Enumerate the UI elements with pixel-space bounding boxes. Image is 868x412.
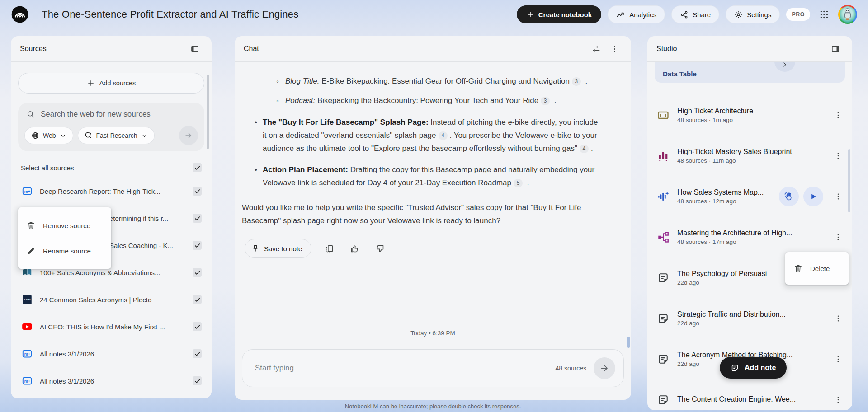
- thumbs-down-icon[interactable]: [372, 241, 387, 256]
- flashcards-icon: [656, 109, 670, 122]
- pin-icon: [251, 244, 259, 253]
- hollow-bullet-marker: ◦: [276, 75, 285, 88]
- infographic-bar-chart-icon: [656, 150, 670, 162]
- interactive-mode-hand-button[interactable]: [779, 187, 799, 206]
- studio-scrollbar[interactable]: [848, 149, 850, 212]
- analytics-button[interactable]: Analytics: [608, 5, 665, 23]
- item-more-menu-icon[interactable]: [830, 351, 846, 367]
- item-more-menu-icon[interactable]: [830, 229, 846, 245]
- research-mode-dropdown[interactable]: Fast Research: [78, 127, 155, 144]
- studio-item-row[interactable]: How Sales Systems Map...48 sources · 12m…: [647, 176, 852, 217]
- source-row[interactable]: m+ Deep Research Report: The High-Tick..…: [11, 178, 212, 205]
- collapse-sources-panel-icon[interactable]: [187, 41, 203, 56]
- select-all-sources-label: Select all sources: [21, 164, 74, 172]
- item-more-menu-icon[interactable]: [830, 108, 846, 123]
- studio-item-row[interactable]: The Content Creation Engine: Wee...: [647, 379, 852, 410]
- play-audio-button[interactable]: [803, 187, 823, 206]
- sparkle-search-icon: [85, 131, 93, 140]
- source-checkbox[interactable]: [193, 376, 202, 385]
- citation-chip[interactable]: 4: [439, 131, 448, 140]
- source-row[interactable]: m+ All notes 3/1/2026: [11, 367, 212, 394]
- studio-item-context-menu: Delete: [785, 252, 849, 285]
- apps-grid-icon[interactable]: [816, 7, 832, 22]
- studio-panel-title: Studio: [656, 45, 677, 53]
- studio-panel: Studio Data Table High Ticket Architectu…: [647, 36, 852, 410]
- studio-item-row[interactable]: Strategic Traffic and Distribution...22d…: [647, 298, 852, 339]
- chat-bullet: • The "Buy It For Life Basecamp" Splash …: [255, 116, 598, 155]
- item-more-menu-icon[interactable]: [830, 311, 846, 326]
- save-to-note-button[interactable]: Save to note: [245, 239, 311, 258]
- notebook-title[interactable]: The One-Sentence Profit Extractor and AI…: [42, 9, 517, 20]
- sources-panel-title: Sources: [20, 45, 47, 53]
- pro-badge: PRO: [786, 8, 810, 21]
- citation-chip[interactable]: 3: [541, 97, 550, 105]
- search-submit-arrow-button[interactable]: [179, 126, 198, 145]
- item-more-menu-icon[interactable]: [830, 392, 846, 407]
- source-row[interactable]: AI CEO: THIS is How I'd Make My First ..…: [11, 313, 212, 340]
- source-checkbox[interactable]: [193, 268, 202, 277]
- share-button[interactable]: Share: [671, 5, 719, 23]
- chat-message: ◦ Blog Title: E-Bike Bikepacking: Essent…: [235, 62, 631, 258]
- citation-chip[interactable]: 4: [580, 145, 589, 153]
- collapse-studio-panel-icon[interactable]: [828, 41, 843, 56]
- chat-sub-bullet: ◦ Blog Title: E-Bike Bikepacking: Essent…: [276, 75, 588, 88]
- source-checkbox[interactable]: [193, 241, 202, 250]
- remove-source-menu-item[interactable]: Remove source: [18, 213, 111, 238]
- notebook-note-icon: m+: [21, 375, 33, 387]
- source-checkbox[interactable]: [193, 214, 202, 223]
- trending-up-icon: [616, 10, 625, 19]
- share-icon: [680, 10, 689, 19]
- plus-icon: [87, 79, 95, 87]
- trash-icon: [26, 221, 36, 230]
- chat-panel: Chat ◦ Blog Title: E-Bike Bikepacking: E…: [235, 36, 631, 400]
- search-icon: [26, 110, 35, 119]
- search-input[interactable]: [41, 110, 196, 119]
- item-more-menu-icon[interactable]: [830, 148, 846, 164]
- studio-item-row[interactable]: High-Ticket Mastery Sales Blueprint48 so…: [647, 136, 852, 176]
- chat-sub-bullet: ◦ Podcast: Bikepacking the Backcountry: …: [276, 94, 588, 108]
- note-report-icon: [656, 272, 670, 284]
- rename-source-menu-item[interactable]: Rename source: [18, 238, 111, 263]
- open-data-table-chevron-button[interactable]: [774, 62, 795, 72]
- chat-scrollbar[interactable]: [627, 337, 630, 348]
- delete-menu-item[interactable]: Delete: [785, 256, 849, 281]
- data-table-tile[interactable]: Data Table: [655, 62, 845, 83]
- source-row[interactable]: PLECTO 24 Common Sales Acronyms | Plecto: [11, 286, 212, 313]
- trash-icon: [793, 264, 803, 273]
- copy-icon[interactable]: [321, 241, 337, 256]
- source-context-menu: Remove source Rename source: [18, 207, 111, 269]
- user-avatar[interactable]: [838, 5, 857, 24]
- pencil-icon: [26, 246, 36, 256]
- audio-waveform-icon: [656, 190, 670, 203]
- add-note-button[interactable]: Add note: [720, 357, 787, 379]
- notebooklm-logo[interactable]: [11, 5, 29, 23]
- citation-chip[interactable]: 5: [514, 179, 523, 187]
- chat-more-menu-icon[interactable]: [607, 41, 622, 56]
- thumbs-up-icon[interactable]: [347, 241, 362, 256]
- plecto-logo-icon: PLECTO: [21, 294, 33, 305]
- source-checkbox[interactable]: [193, 349, 202, 358]
- chat-settings-tune-icon[interactable]: [589, 41, 604, 56]
- chat-input[interactable]: [255, 364, 548, 373]
- create-notebook-button[interactable]: Create notebook: [517, 5, 601, 23]
- svg-text:PLECTO: PLECTO: [24, 299, 31, 301]
- source-row[interactable]: m+ All notes 3/1/2026: [11, 340, 212, 367]
- item-more-menu-icon[interactable]: [830, 189, 846, 204]
- add-sources-button[interactable]: Add sources: [18, 73, 204, 94]
- studio-item-row[interactable]: Mastering the Architecture of High...48 …: [647, 217, 852, 258]
- note-report-icon: [656, 393, 670, 406]
- youtube-icon: [21, 321, 33, 332]
- studio-item-row[interactable]: High Ticket Architecture48 sources · 1m …: [647, 95, 852, 136]
- chevron-down-icon: [141, 132, 148, 139]
- citation-chip[interactable]: 3: [572, 77, 581, 86]
- sources-scrollbar[interactable]: [207, 75, 209, 149]
- select-all-checkbox[interactable]: [193, 163, 202, 172]
- settings-button[interactable]: Settings: [726, 5, 780, 23]
- source-checkbox[interactable]: [193, 322, 202, 331]
- source-checkbox[interactable]: [193, 295, 202, 304]
- web-filter-dropdown[interactable]: Web: [24, 127, 73, 144]
- send-message-button[interactable]: [594, 357, 615, 379]
- sources-count-label: 48 sources: [556, 365, 586, 372]
- studio-output-tile-clipped: Data Table: [647, 62, 852, 84]
- source-checkbox[interactable]: [193, 187, 202, 196]
